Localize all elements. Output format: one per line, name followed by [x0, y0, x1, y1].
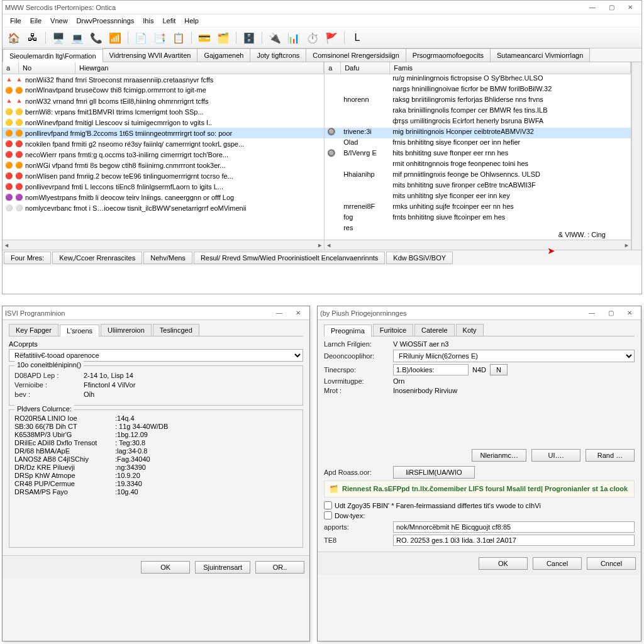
table-row[interactable]: 🟠🟠ponllirevfpand frmig'B.2ccoms 1t6S tmi… [3, 128, 324, 138]
table-row[interactable]: Oladfrnis bnhititng sisye ficonper oer i… [325, 138, 631, 149]
card1-icon[interactable]: 💳 [197, 30, 212, 45]
dlg-right-maximize[interactable]: ▢ [602, 308, 619, 319]
col-no[interactable]: No [19, 62, 75, 74]
table-row[interactable]: mrrenei8Frmks unhiting sujfe frcoinper e… [325, 203, 631, 213]
list-item[interactable]: SB:30 66(7B Dih CT: 11g 34-40W/DB [14, 423, 297, 430]
doc3-icon[interactable]: 📋 [171, 30, 186, 45]
table-row[interactable]: fogfrnts bnhititng siuve ftcoinper em he… [325, 213, 631, 224]
ok-button-r[interactable]: OK [479, 557, 528, 570]
chart-icon[interactable]: 📊 [286, 30, 301, 45]
table-row[interactable]: 🔴🔴nonWlisen pand fmriig.2 becow teE96 ti… [3, 170, 324, 181]
gauge-icon[interactable]: ⏱️ [305, 30, 320, 45]
main-tab-6[interactable]: Sutameancarci Vivmiorrlagn [490, 48, 590, 62]
list-item[interactable]: RO20R5A LINIO Ioe:14q.4 [14, 414, 297, 422]
right-hscroll[interactable]: ◄► [325, 240, 631, 250]
right-grid[interactable]: & VlWW. : Cing ru/g mininlingrnois fictr… [325, 74, 631, 240]
dlg-left-tab-3[interactable]: Teslincged [153, 324, 199, 336]
acopts-select[interactable]: Rёfatitiiv€-tooad oparenoce [9, 349, 303, 362]
phone-icon[interactable]: 📞 [89, 30, 104, 45]
table-row[interactable]: hnorennraksg bnriitilingromis ferforjas … [325, 96, 631, 106]
menu-help[interactable]: Help [180, 16, 203, 26]
check1[interactable] [324, 501, 332, 509]
left-grid[interactable]: 🔺🔺nonWii32 fhand fmri Stroeconst mraasen… [3, 74, 324, 240]
main-tab-1[interactable]: Vidrtrensing WVll Avartiten [103, 48, 198, 62]
bottom-tab-1[interactable]: Kew,/Ccoer Rrenrascites [52, 252, 142, 264]
list-item[interactable]: CR48 PUP/Cermue:19.3340 [14, 480, 297, 487]
sjuintrensart-button[interactable]: Sjuintrensart [195, 561, 250, 574]
col-fams[interactable]: Famis [390, 62, 631, 74]
table-row[interactable]: 🟡🟡bernWi8: vrpans fmit1BMVRI ttrims lcme… [3, 106, 324, 117]
table-row[interactable]: Hhaianihpmif prnniitlingnxis feonge be O… [325, 170, 631, 181]
menu-view[interactable]: Vnew [47, 16, 72, 26]
sim-icon[interactable]: 📶 [108, 30, 123, 45]
db-icon[interactable]: 🗄️ [242, 30, 257, 45]
apd-button[interactable]: liRSFLIM(UA/WIO [393, 466, 475, 479]
doc1-icon[interactable]: 📄 [133, 30, 148, 45]
main-tab-5[interactable]: Prsogrmaomofoegocits [406, 48, 491, 62]
dlg-right-tab-3[interactable]: Koty [456, 324, 484, 336]
dlg-right-close[interactable]: ✕ [621, 308, 638, 319]
main-tab-4[interactable]: Comsinonel Rrengersidsiign [306, 48, 406, 62]
menu-eile[interactable]: Eile [26, 16, 45, 26]
main-tab-3[interactable]: Joty tigftcrons [250, 48, 306, 62]
field-input-2[interactable] [393, 364, 469, 375]
dlg-left-tab-0[interactable]: Key Fapger [9, 324, 58, 336]
maximize-button[interactable]: ▢ [602, 2, 620, 13]
table-row[interactable]: 🔺🔺nonW32 vrnand fmri gll bcoms tEil8,hii… [3, 96, 324, 106]
bottom-tab-3[interactable]: Resul/ Rrevd Smw/Wied Proorinistioelt En… [194, 252, 385, 264]
dlg-right-tab-0[interactable]: Preognirna [324, 325, 372, 336]
dlg-right-tab-2[interactable]: Caterele [414, 324, 455, 336]
table-row[interactable]: rmit onhititngnnois froge feonpenec toin… [325, 160, 631, 170]
col-a[interactable]: a [3, 62, 19, 74]
table-row[interactable]: raka briniillingnolis fcomper cer BMWR f… [325, 106, 631, 117]
col-datu[interactable]: Dafu [341, 62, 390, 74]
dlg-left-minimize[interactable]: — [270, 308, 288, 319]
bottom-tab-4[interactable]: Kdw BGSiV/BOY [386, 252, 453, 264]
table-row[interactable]: фтşs urnilitingrocis Ecirfort henerly bs… [325, 117, 631, 128]
dlg-right-tab-1[interactable]: Furitoice [373, 324, 413, 336]
ok-button[interactable]: OK [141, 561, 190, 574]
menu-this[interactable]: Ihis [139, 16, 157, 26]
table-row[interactable]: 🔴🔴necoWierr rpans frmti:g q.occms to3-in… [3, 149, 324, 160]
flag-icon[interactable]: 🚩 [324, 30, 339, 45]
apports-input[interactable] [393, 521, 635, 533]
table-row[interactable]: 🟡🟡nonWinevfpand fmitigl Llescoov si tuim… [3, 117, 324, 128]
list-item[interactable]: DRSp KhW Atmope:10.9.20 [14, 472, 297, 479]
monitor2-icon[interactable]: 💻 [70, 30, 85, 45]
table-row[interactable]: mits unhititng slye ficonper eer inn key [325, 192, 631, 203]
home-icon[interactable]: 🏠 [6, 30, 21, 45]
cnncel-button[interactable]: Cnnсel [587, 557, 636, 570]
list-item[interactable]: K6538MP/3 Ubir'G:1bg.12.09 [14, 431, 297, 438]
list-item[interactable]: DRiIEc ADiI8 Dxflo Trensot: Teg:30.8 [14, 439, 297, 447]
list-item[interactable]: DRSAM/PS Fayo:10g.40 [14, 488, 297, 496]
col-hewrgan[interactable]: Hiewrgan [75, 62, 324, 74]
table-row[interactable]: nargs hninillingnoivae ficrfor be BMW fo… [325, 85, 631, 96]
rand-button[interactable]: Rand … [586, 449, 635, 462]
table-row[interactable]: 🔴🔴ponllivevrpand fmti L leccons tiEnc8 f… [3, 181, 324, 192]
table-row[interactable]: 🟠🟠nonWGi vfpand frmti 8s begow ctih8 fls… [3, 160, 324, 170]
list-item[interactable]: DR/68 hBMA/ApE:lag:34·0.8 [14, 447, 297, 455]
table-row[interactable]: 🟣🟣nomWlyestrpans fmitb li deocow teirv l… [3, 192, 324, 203]
cancel-button[interactable]: Cancel [533, 557, 582, 570]
table-row[interactable]: 🔘trivene:3imig briniitingnois Hconper ce… [325, 128, 631, 138]
or-button[interactable]: OR.. [255, 561, 304, 574]
col-a2[interactable]: a [325, 62, 341, 74]
table-row[interactable]: mits bnhititng suve fironper ceBtre tncA… [325, 181, 631, 192]
field-select-1[interactable]: FRiluniy Miicn(62ornes E) [393, 350, 635, 362]
network-icon[interactable]: 🖧 [25, 30, 40, 45]
list-item[interactable]: LANOSž AB8 C4jISChiy:Fag.34040 [14, 455, 297, 463]
letter-L-icon[interactable]: L [350, 30, 365, 45]
table-row[interactable]: ru/g mininlingrnois fictropsise O Sy'Bbr… [325, 74, 631, 85]
card2-icon[interactable]: 🗂️ [216, 30, 231, 45]
main-tab-0[interactable]: Sieoulemardin ltg\Formation [3, 49, 103, 62]
doc2-icon[interactable]: 📑 [152, 30, 167, 45]
nerianmc-button[interactable]: Nlerianmc… [472, 449, 526, 462]
table-row[interactable]: 🔘B/IVenrg Ehits bnhititng suve ftonper e… [325, 149, 631, 160]
teb-input[interactable] [393, 535, 635, 546]
table-row[interactable]: 🟠🟠nonWlnavtpand brusec̈owv thi8 fcimigp.… [3, 85, 324, 96]
table-row[interactable]: ⚪⚪nomlycevrbanc fmot i S…ioecow tisnit_i… [3, 203, 324, 213]
table-row[interactable]: 🔴🔴ncokilen fpand frmiti g2 nseomo ré3sy … [3, 138, 324, 149]
footer-chip[interactable]: & VlWW. : Cing [558, 231, 606, 238]
dlg-left-close[interactable]: ✕ [289, 308, 307, 319]
dlg-right-minimize[interactable]: — [583, 308, 601, 319]
